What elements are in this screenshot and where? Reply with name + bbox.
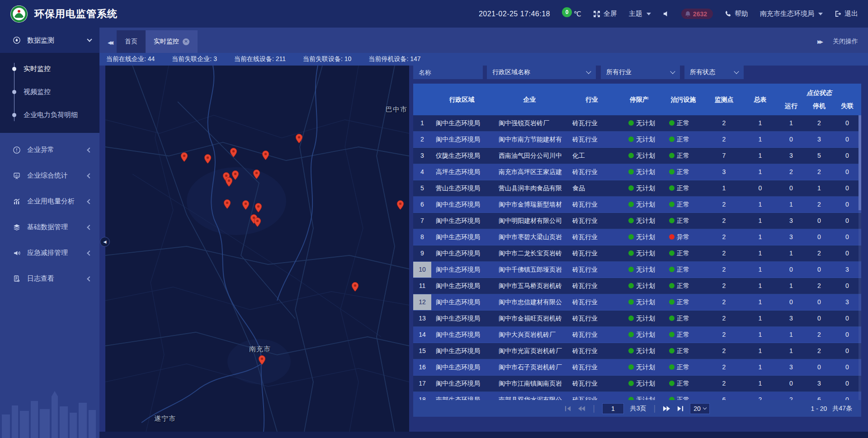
table-row[interactable]: 8阆中生态环境局阆中市枣碧大梁山页岩砖瓦行业无计划异常21300 [413, 229, 861, 245]
scrollbar[interactable] [859, 115, 861, 400]
sidebar-subitem-label: 实时监控 [24, 65, 51, 73]
table-row[interactable]: 10阆中生态环境局阆中千佛镇五郎垭页岩砖瓦行业无计划正常21003 [413, 262, 861, 278]
table-row[interactable]: 16阆中生态环境局阆中市石子页岩机砖厂砖瓦行业无计划正常21300 [413, 359, 861, 376]
page-number-input[interactable] [602, 403, 624, 414]
table-row[interactable]: 15阆中生态环境局阆中市光富页岩机砖厂砖瓦行业无计划正常21120 [413, 343, 861, 359]
help-button[interactable]: 帮助 [725, 9, 748, 18]
last-page-icon[interactable] [677, 405, 684, 412]
map-pin[interactable] [253, 203, 264, 213]
map-pin[interactable] [228, 147, 239, 158]
cell-monitor-count: 2 [705, 376, 743, 391]
stat-value: 44 [148, 55, 155, 62]
map-pin[interactable] [260, 150, 271, 160]
tab-home[interactable]: 首页 [117, 30, 146, 53]
map-pin[interactable] [251, 169, 262, 179]
scrollbar-thumb[interactable] [859, 115, 861, 210]
mute-button[interactable] [663, 10, 670, 17]
notification-badge[interactable]: 2632 [681, 9, 713, 19]
table-row[interactable]: 18南部生态环境局南部县双华水泥有限公砖瓦行业无计划正常62260 [413, 392, 861, 400]
row-index: 9 [413, 245, 431, 261]
app-title: 环保用电监管系统 [34, 7, 118, 21]
table-row[interactable]: 1阆中生态环境局阆中强锐页岩砖厂砖瓦行业无计划正常21120 [413, 115, 861, 132]
first-page-icon[interactable] [565, 405, 571, 412]
map-pin[interactable] [224, 177, 234, 187]
map-pin[interactable] [395, 200, 406, 210]
name-search-input[interactable] [419, 69, 477, 76]
stat-online-devices: 当前在线设备211 [234, 55, 286, 63]
industry-select[interactable]: 所有行业 [601, 66, 680, 79]
status-select[interactable]: 所有状态 [684, 66, 744, 79]
map-pin[interactable] [252, 217, 263, 227]
user-dropdown[interactable]: 南充市生态环境局 [760, 9, 823, 18]
cell-run-count: 1 [777, 115, 805, 131]
cell-run-count: 0 [777, 294, 805, 310]
map-pin[interactable] [257, 355, 267, 365]
cell-treatment-status: 异常 [662, 229, 705, 245]
map[interactable]: 巴中市 南充市 遂宁市 [105, 66, 409, 432]
table-row[interactable]: 14阆中生态环境局阆中大兴页岩机砖厂砖瓦行业无计划正常21120 [413, 327, 861, 343]
next-page-icon[interactable] [663, 405, 670, 412]
tabs-scroll-left-icon[interactable]: ◀◀ [108, 40, 111, 46]
name-filter[interactable] [413, 66, 483, 79]
tab-realtime-monitor[interactable]: 实时监控 ✕ [146, 30, 198, 53]
table-row[interactable]: 6阆中生态环境局阆中市金博瑞新型墙材砖瓦行业无计划正常21120 [413, 197, 861, 213]
map-collapse-button[interactable]: ◀ [100, 237, 110, 247]
tabs-scroll-right-icon[interactable]: ▶▶ [817, 39, 821, 45]
table-row[interactable]: 4高坪生态环境局南充市高坪区王家店建砖瓦行业无计划正常31220 [413, 164, 861, 180]
help-label: 帮助 [735, 9, 748, 18]
sidebar-item-base-data[interactable]: 基础数据管理 [0, 214, 99, 240]
sidebar-item-company-abnormal[interactable]: 企业异常 [0, 137, 99, 163]
cell-monitor-count: 2 [705, 132, 743, 147]
close-icon[interactable]: ✕ [183, 38, 189, 45]
map-pin[interactable] [241, 200, 251, 210]
sidebar-item-realtime-monitor[interactable]: 实时监控 [0, 57, 99, 80]
notification-count: 2632 [693, 10, 707, 18]
table-row[interactable]: 17阆中生态环境局阆中市江南镇阆南页岩砖瓦行业无计划正常21030 [413, 376, 861, 392]
close-operations-button[interactable]: 关闭操作 [833, 38, 858, 46]
cell-production-status: 无计划 [617, 311, 662, 326]
map-pin[interactable] [294, 133, 304, 144]
region-select[interactable]: 行政区域名称 [487, 66, 596, 79]
table-row[interactable]: 13阆中生态环境局阆中市金福旺页岩机砖砖瓦行业无计划正常21300 [413, 311, 861, 327]
cell-monitor-count: 2 [705, 294, 743, 310]
map-pin[interactable] [222, 199, 232, 209]
row-index: 18 [413, 392, 431, 400]
status-dot-icon [628, 364, 634, 370]
status-dot-icon [669, 364, 675, 370]
table-row[interactable]: 3仪陇生态环境局西南油气田分公司川中化工无计划正常71350 [413, 148, 861, 164]
page-size-select[interactable]: 20 [690, 403, 710, 414]
table-row[interactable]: 12阆中生态环境局阆中市忠信建材有限公砖瓦行业无计划正常21003 [413, 294, 861, 311]
map-pin[interactable] [179, 152, 189, 162]
sidebar-item-power-load-detail[interactable]: 企业电力负荷明细 [0, 104, 99, 127]
table-row[interactable]: 9阆中生态环境局阆中市二龙长宝页岩砖砖瓦行业无计划正常21120 [413, 245, 861, 262]
sidebar-item-data-monitoring[interactable]: 数据监测 [0, 28, 99, 53]
cell-stop-count: 3 [805, 132, 833, 147]
sidebar-item-log-view[interactable]: 日志查看 [0, 266, 99, 292]
cell-stop-count: 0 [805, 213, 833, 229]
table-row[interactable]: 2阆中生态环境局阆中市南方节能建材有砖瓦行业无计划正常21030 [413, 132, 861, 148]
sidebar-item-video-monitor[interactable]: 视频监控 [0, 80, 99, 104]
cell-lost-count: 0 [833, 311, 861, 326]
sidebar-item-emergency-reduction[interactable]: 应急减排管理 [0, 240, 99, 266]
status-dot-icon [628, 234, 634, 240]
status-dot-icon [669, 250, 675, 256]
cell-industry: 砖瓦行业 [567, 294, 617, 310]
cell-industry: 砖瓦行业 [567, 343, 617, 359]
fullscreen-button[interactable]: 全屏 [593, 9, 617, 18]
cell-region: 阆中生态环境局 [431, 359, 492, 375]
cell-lost-count: 0 [833, 115, 861, 131]
map-pin[interactable] [350, 282, 360, 292]
cell-treatment-status: 正常 [662, 327, 705, 343]
table-row[interactable]: 5营山生态环境局营山县润丰肉食品有限食品无计划正常10010 [413, 180, 861, 197]
map-pin[interactable] [203, 154, 213, 164]
table-row[interactable]: 11阆中生态环境局阆中市五马桥页岩机砖砖瓦行业无计划正常21120 [413, 278, 861, 294]
sidebar-item-company-statistics[interactable]: 企业综合统计 [0, 163, 99, 188]
sidebar-item-label: 企业综合统计 [27, 171, 68, 180]
prev-page-icon[interactable] [578, 405, 585, 412]
sidebar: 数据监测 实时监控 视频监控 企业电力负荷明细 企业异常 企业综合统计 [0, 28, 99, 438]
table-row[interactable]: 7阆中生态环境局阆中明阳建材有限公司砖瓦行业无计划正常21300 [413, 213, 861, 229]
cell-monitor-count: 2 [705, 262, 743, 278]
logout-button[interactable]: 退出 [835, 9, 858, 18]
theme-dropdown[interactable]: 主题 [629, 9, 651, 18]
sidebar-item-power-analysis[interactable]: 企业用电量分析 [0, 188, 99, 214]
